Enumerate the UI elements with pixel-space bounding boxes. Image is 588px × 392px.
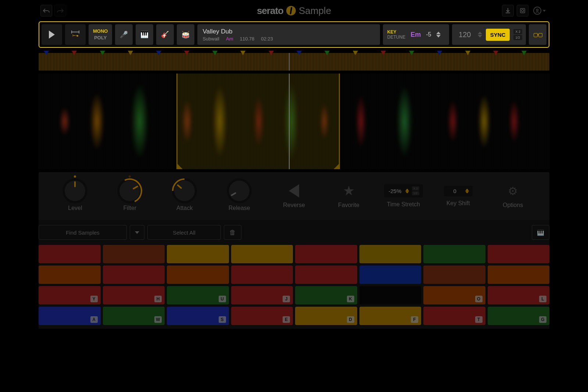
key-value[interactable]: Em bbox=[410, 31, 421, 39]
pad[interactable] bbox=[359, 245, 422, 263]
cue-marker[interactable] bbox=[437, 51, 442, 55]
pad[interactable]: H bbox=[103, 286, 165, 304]
main-waveform[interactable] bbox=[0, 71, 588, 172]
pad[interactable]: J bbox=[231, 286, 293, 304]
find-samples-dropdown[interactable] bbox=[130, 225, 144, 240]
attack-knob[interactable] bbox=[174, 181, 195, 201]
ts-up[interactable] bbox=[405, 189, 409, 191]
filter-knob[interactable] bbox=[119, 181, 140, 201]
pad[interactable]: U bbox=[167, 286, 229, 304]
cue-marker[interactable] bbox=[72, 51, 77, 55]
release-knob[interactable] bbox=[229, 181, 250, 201]
pad[interactable] bbox=[231, 266, 293, 284]
cue-marker[interactable] bbox=[184, 51, 189, 55]
cue-marker[interactable] bbox=[521, 51, 527, 55]
stem-guitar-button[interactable]: 🎸 bbox=[156, 24, 174, 45]
cue-marker[interactable] bbox=[493, 51, 498, 55]
track-info[interactable]: Valley Dub Subwall Am 110.78 02:23 bbox=[197, 24, 380, 45]
cue-marker[interactable] bbox=[409, 51, 414, 55]
pad[interactable] bbox=[488, 266, 550, 284]
filter-label: Filter bbox=[123, 205, 137, 211]
bpm-down[interactable] bbox=[478, 35, 482, 38]
detune-up[interactable] bbox=[436, 32, 441, 34]
cue-marker[interactable] bbox=[100, 51, 105, 55]
pad[interactable]: F bbox=[359, 307, 422, 325]
cue-marker[interactable] bbox=[381, 51, 386, 55]
pad[interactable]: G bbox=[488, 307, 550, 325]
download-button[interactable] bbox=[502, 5, 514, 17]
cue-marker[interactable] bbox=[353, 51, 358, 55]
undo-button[interactable] bbox=[40, 5, 52, 17]
pad[interactable] bbox=[359, 286, 422, 304]
find-samples-button[interactable]: Find Samples bbox=[39, 225, 127, 240]
bpm-value[interactable]: 120 bbox=[456, 31, 474, 39]
pad[interactable] bbox=[423, 245, 485, 263]
sync-button[interactable]: SYNC bbox=[486, 29, 510, 41]
pad[interactable] bbox=[488, 245, 550, 263]
link-button[interactable]: ▢-▢ bbox=[529, 24, 546, 45]
playhead[interactable] bbox=[289, 74, 290, 169]
detune-down[interactable] bbox=[436, 35, 441, 38]
stretch-mode-button[interactable]: ⊢··▸ bbox=[65, 24, 86, 45]
ts-half[interactable]: 1/2 bbox=[412, 191, 419, 195]
fx-button[interactable] bbox=[517, 5, 528, 17]
pad[interactable] bbox=[295, 266, 357, 284]
pad[interactable] bbox=[103, 245, 165, 263]
play-button[interactable] bbox=[42, 24, 62, 45]
cue-marker[interactable] bbox=[240, 51, 245, 55]
key-shift-value[interactable]: 0 bbox=[448, 188, 462, 194]
bpm-up[interactable] bbox=[478, 32, 482, 34]
stem-drums-button[interactable]: 🥁 bbox=[177, 24, 194, 45]
pad[interactable]: T bbox=[423, 307, 485, 325]
cue-marker[interactable] bbox=[465, 51, 470, 55]
ts-down[interactable] bbox=[405, 191, 409, 193]
overview-playhead[interactable] bbox=[289, 53, 290, 71]
pad[interactable]: E bbox=[231, 307, 293, 325]
favorite-button[interactable]: ★ bbox=[341, 183, 356, 198]
time-stretch-value[interactable]: -25% bbox=[388, 188, 402, 194]
level-knob[interactable] bbox=[65, 181, 85, 201]
pad[interactable]: D bbox=[295, 307, 357, 325]
pad[interactable] bbox=[423, 266, 485, 284]
redo-button[interactable] bbox=[54, 5, 66, 17]
detune-value[interactable]: -5 bbox=[426, 31, 431, 38]
pad[interactable] bbox=[167, 266, 229, 284]
overview-waveform[interactable] bbox=[39, 53, 549, 71]
user-menu[interactable] bbox=[531, 5, 548, 17]
cue-marker[interactable] bbox=[156, 51, 161, 55]
ks-up[interactable] bbox=[465, 189, 469, 191]
bpm-x2[interactable]: X 2 bbox=[513, 29, 522, 34]
reverse-button[interactable] bbox=[287, 183, 301, 198]
pad[interactable] bbox=[103, 266, 165, 284]
pad[interactable] bbox=[359, 266, 422, 284]
pad[interactable] bbox=[295, 245, 357, 263]
pad[interactable] bbox=[39, 266, 101, 284]
pad[interactable] bbox=[167, 245, 229, 263]
pad[interactable]: Y bbox=[39, 286, 101, 304]
ts-x2[interactable]: X 2 bbox=[412, 186, 419, 190]
pad[interactable]: K bbox=[295, 286, 357, 304]
cue-marker[interactable] bbox=[325, 51, 330, 55]
cue-marker[interactable] bbox=[128, 51, 133, 55]
delete-button[interactable]: 🗑 bbox=[224, 225, 241, 240]
ks-down[interactable] bbox=[465, 191, 469, 193]
pad[interactable]: W bbox=[103, 307, 165, 325]
pad[interactable] bbox=[231, 245, 293, 263]
options-button[interactable]: ⚙ bbox=[506, 183, 520, 198]
pad[interactable] bbox=[39, 245, 101, 263]
stem-vocals-button[interactable]: 🎤 bbox=[115, 24, 133, 45]
pad[interactable]: O bbox=[423, 286, 485, 304]
keyboard-mode-button[interactable]: 🎹 bbox=[532, 225, 549, 240]
pad[interactable]: L bbox=[488, 286, 550, 304]
stem-keys-button[interactable]: 🎹 bbox=[136, 24, 153, 45]
cue-marker[interactable] bbox=[212, 51, 218, 55]
mono-poly-toggle[interactable]: MONO POLY bbox=[89, 24, 112, 45]
pad[interactable]: S bbox=[167, 307, 229, 325]
cue-marker[interactable] bbox=[44, 51, 49, 55]
pad[interactable]: A bbox=[39, 307, 101, 325]
bpm-half[interactable]: 1/2 bbox=[513, 35, 522, 40]
cue-marker[interactable] bbox=[269, 51, 274, 55]
select-all-button[interactable]: Select All bbox=[147, 225, 221, 240]
cue-marker[interactable] bbox=[297, 51, 302, 55]
loop-region[interactable] bbox=[176, 74, 340, 169]
